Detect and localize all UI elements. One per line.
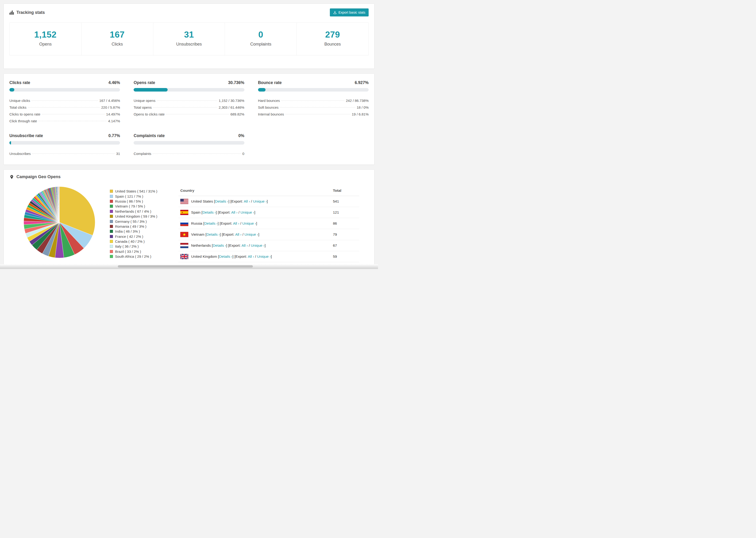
rate-rows: Unsubscribes31	[9, 150, 120, 157]
rate-percent: 6.927%	[355, 80, 369, 85]
campaign-geo-opens-card: Campaign Geo Opens United States ( 541 /…	[4, 170, 374, 264]
export-unique-link[interactable]: Unique ›	[242, 221, 256, 225]
export-all-link[interactable]: All ›	[235, 232, 242, 237]
legend-swatch	[110, 240, 113, 243]
export-all-link[interactable]: All ›	[248, 254, 254, 258]
rate-row-value: 689.82%	[230, 111, 244, 118]
horizontal-scrollbar-thumb[interactable]	[118, 265, 253, 268]
progress-fill	[134, 88, 168, 91]
rate-row-total-clicks: Total clicks220 / 5.87%	[9, 104, 120, 111]
legend-label: Russia ( 86 / 5% )	[115, 199, 143, 203]
rate-row-value: 0	[242, 150, 244, 157]
geo-total: 59	[331, 251, 359, 262]
legend-swatch	[110, 210, 113, 213]
dotted-leader	[281, 100, 345, 101]
rate-row-click-through-rate: Click through rate4.147%	[9, 118, 120, 125]
rate-row-label: Hard bounces	[258, 97, 280, 104]
legend-swatch	[110, 220, 113, 223]
rate-row-opens-to-clicks-rate: Opens to clicks rate689.82%	[134, 111, 244, 118]
geo-country-cell: United Kingdom [Details ›] [Export: All …	[179, 251, 331, 262]
legend-swatch	[110, 200, 113, 203]
rate-row-total-opens: Total opens2,303 / 61.446%	[134, 104, 244, 111]
rate-row-value: 167 / 4.456%	[99, 97, 120, 104]
stat-box-opens: 1,152Opens	[10, 23, 81, 55]
details-link[interactable]: Details ›	[204, 221, 218, 225]
geo-table: Country Total United States [Details ›] …	[179, 186, 359, 264]
rate-block-complaints-rate: Complaints rate0%Complaints0	[134, 133, 244, 157]
legend-label: United States ( 541 / 31% )	[115, 189, 157, 193]
rate-block-unsubscribe-rate: Unsubscribe rate0.77%Unsubscribes31	[9, 133, 120, 157]
legend-label: Spain ( 121 / 7% )	[115, 194, 143, 198]
stat-box-unsubscribes: 31Unsubscribes	[153, 23, 225, 55]
rate-row-label: Complaints	[134, 150, 151, 157]
export-unique-link[interactable]: Unique ›	[251, 243, 265, 247]
details-link[interactable]: Details ›	[215, 199, 229, 203]
progress-fill	[9, 88, 14, 91]
rate-row-label: Unique opens	[134, 97, 155, 104]
rate-block-opens-rate: Opens rate30.736%Unique opens1,152 / 30.…	[134, 80, 244, 125]
rate-rows: Unique clicks167 / 4.456%Total clicks220…	[9, 97, 120, 125]
geo-country-cell: Russia [Details ›] [Export: All › / Uniq…	[179, 218, 331, 229]
geo-country-cell: United States [Details ›] [Export: All ›…	[179, 196, 331, 207]
legend-item-spain: Spain ( 121 / 7% )	[110, 194, 157, 198]
geo-total: 79	[331, 229, 359, 240]
dotted-leader	[42, 114, 105, 114]
legend-swatch	[110, 195, 113, 198]
legend-swatch	[110, 255, 113, 258]
stat-value: 167	[83, 30, 151, 40]
geo-row-text: Russia [Details ›] [Export: All › / Uniq…	[191, 221, 257, 226]
export-all-link[interactable]: All ›	[233, 221, 239, 225]
legend-item-united-kingdom: United Kingdom ( 59 / 3% )	[110, 214, 157, 219]
export-all-link[interactable]: All ›	[244, 199, 250, 203]
country-name: Russia	[191, 221, 202, 225]
es-flag-icon	[180, 210, 188, 215]
geo-opens-header: Campaign Geo Opens	[4, 170, 374, 183]
export-unique-link[interactable]: Unique ›	[257, 254, 271, 258]
dotted-leader	[28, 107, 100, 108]
export-unique-link[interactable]: Unique ›	[241, 210, 254, 214]
details-link[interactable]: Details ›	[202, 210, 216, 214]
rate-row-unique-clicks: Unique clicks167 / 4.456%	[9, 97, 120, 104]
geo-row-vietnam: Vietnam [Details ›] [Export: All › / Uni…	[179, 229, 359, 240]
legend-label: Netherlands ( 67 / 4% )	[115, 209, 151, 213]
details-link[interactable]: Details ›	[213, 243, 226, 247]
legend-item-italy: Italy ( 36 / 2% )	[110, 244, 157, 249]
export-all-link[interactable]: All ›	[242, 243, 248, 247]
dotted-leader	[32, 153, 115, 154]
export-unique-link[interactable]: Unique ›	[253, 199, 267, 203]
rate-row-value: 14.497%	[106, 111, 120, 118]
rates-card: Clicks rate4.46%Unique clicks167 / 4.456…	[4, 74, 374, 165]
rate-row-label: Opens to clicks rate	[134, 111, 165, 118]
geo-row-russia: Russia [Details ›] [Export: All › / Uniq…	[179, 218, 359, 229]
country-column-header: Country	[179, 186, 331, 196]
legend-swatch	[110, 230, 113, 233]
rate-head: Clicks rate4.46%	[9, 80, 120, 85]
legend-item-india: India ( 46 / 3% )	[110, 229, 157, 234]
complaints-rate-progress-bar	[134, 141, 244, 144]
rate-row-label: Internal bounces	[258, 111, 284, 118]
legend-label: Canada ( 40 / 2% )	[115, 240, 145, 243]
rate-row-value: 18 / 0%	[357, 104, 369, 111]
export-basic-stats-button[interactable]: Export basic stats	[330, 9, 369, 17]
legend-item-brazil: Brazil ( 33 / 2% )	[110, 249, 157, 254]
stat-value: 0	[227, 30, 295, 40]
details-link[interactable]: Details ›	[219, 254, 233, 258]
legend-item-france: France ( 42 / 2% )	[110, 234, 157, 239]
legend-swatch	[110, 245, 113, 248]
tracking-stats-card: Tracking stats Export basic stats 1,152O…	[4, 4, 374, 69]
rate-row-value: 4.147%	[108, 118, 120, 125]
rate-row-unique-opens: Unique opens1,152 / 30.736%	[134, 97, 244, 104]
rate-title: Complaints rate	[134, 133, 165, 138]
stat-label: Complaints	[227, 42, 295, 47]
stat-box-clicks: 167Clicks	[81, 23, 153, 55]
geo-row-netherlands: Netherlands [Details ›] [Export: All › /…	[179, 240, 359, 251]
dotted-leader	[153, 153, 241, 154]
legend-label: Italy ( 36 / 2% )	[115, 244, 139, 248]
legend-label: Romania ( 49 / 3% )	[115, 224, 146, 228]
export-all-link[interactable]: All ›	[231, 210, 238, 214]
details-link[interactable]: Details ›	[206, 232, 220, 237]
rate-title: Opens rate	[134, 80, 155, 85]
rate-row-value: 1,152 / 30.736%	[219, 97, 244, 104]
rate-percent: 30.736%	[228, 80, 244, 85]
export-unique-link[interactable]: Unique ›	[244, 232, 258, 237]
